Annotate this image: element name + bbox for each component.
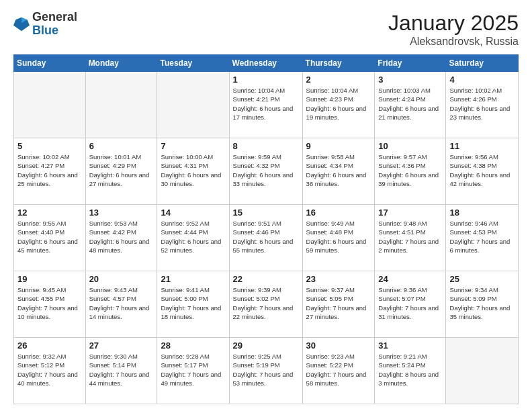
- day-cell: 27Sunrise: 9:30 AM Sunset: 5:14 PM Dayli…: [85, 338, 157, 404]
- day-cell: 6Sunrise: 10:01 AM Sunset: 4:29 PM Dayli…: [85, 138, 157, 205]
- day-cell: 14Sunrise: 9:52 AM Sunset: 4:44 PM Dayli…: [157, 205, 229, 271]
- month-title: January 2025: [388, 11, 519, 36]
- day-info: Sunrise: 9:25 AM Sunset: 5:19 PM Dayligh…: [233, 352, 299, 387]
- day-cell: [446, 338, 519, 404]
- day-cell: 24Sunrise: 9:36 AM Sunset: 5:07 PM Dayli…: [375, 271, 446, 338]
- day-info: Sunrise: 9:57 AM Sunset: 4:36 PM Dayligh…: [378, 152, 442, 188]
- day-number: 1: [233, 75, 299, 85]
- day-number: 9: [306, 141, 371, 151]
- week-row-3: 12Sunrise: 9:55 AM Sunset: 4:40 PM Dayli…: [14, 205, 519, 271]
- day-cell: 25Sunrise: 9:34 AM Sunset: 5:09 PM Dayli…: [446, 271, 519, 338]
- day-number: 7: [161, 141, 225, 151]
- day-info: Sunrise: 9:32 AM Sunset: 5:12 PM Dayligh…: [17, 352, 82, 387]
- day-cell: 22Sunrise: 9:39 AM Sunset: 5:02 PM Dayli…: [229, 271, 302, 338]
- day-number: 30: [306, 340, 371, 351]
- day-number: 12: [17, 208, 82, 218]
- day-number: 25: [449, 274, 515, 284]
- day-info: Sunrise: 9:43 AM Sunset: 4:57 PM Dayligh…: [89, 285, 154, 321]
- day-cell: 11Sunrise: 9:56 AM Sunset: 4:38 PM Dayli…: [446, 138, 519, 205]
- weekday-tuesday: Tuesday: [157, 55, 229, 72]
- day-cell: 16Sunrise: 9:49 AM Sunset: 4:48 PM Dayli…: [302, 205, 375, 271]
- day-cell: 21Sunrise: 9:41 AM Sunset: 5:00 PM Dayli…: [157, 271, 229, 338]
- day-cell: 12Sunrise: 9:55 AM Sunset: 4:40 PM Dayli…: [14, 205, 86, 271]
- day-info: Sunrise: 10:03 AM Sunset: 4:24 PM Daylig…: [378, 86, 442, 122]
- day-cell: 29Sunrise: 9:25 AM Sunset: 5:19 PM Dayli…: [229, 338, 302, 404]
- day-number: 14: [161, 208, 225, 218]
- calendar: SundayMondayTuesdayWednesdayThursdayFrid…: [13, 54, 519, 404]
- day-info: Sunrise: 9:39 AM Sunset: 5:02 PM Dayligh…: [233, 285, 299, 321]
- day-info: Sunrise: 10:04 AM Sunset: 4:23 PM Daylig…: [306, 86, 371, 122]
- weekday-wednesday: Wednesday: [229, 55, 302, 72]
- day-info: Sunrise: 10:02 AM Sunset: 4:27 PM Daylig…: [17, 152, 82, 188]
- day-cell: [157, 72, 229, 138]
- day-number: 21: [161, 274, 225, 284]
- weekday-monday: Monday: [85, 55, 157, 72]
- day-number: 24: [378, 274, 442, 284]
- day-cell: 8Sunrise: 9:59 AM Sunset: 4:32 PM Daylig…: [229, 138, 302, 205]
- day-cell: [14, 72, 86, 138]
- day-number: 4: [449, 75, 515, 85]
- week-row-2: 5Sunrise: 10:02 AM Sunset: 4:27 PM Dayli…: [14, 138, 519, 205]
- day-info: Sunrise: 10:00 AM Sunset: 4:31 PM Daylig…: [161, 152, 225, 188]
- day-info: Sunrise: 9:53 AM Sunset: 4:42 PM Dayligh…: [89, 219, 154, 255]
- day-number: 3: [378, 75, 442, 85]
- day-info: Sunrise: 9:59 AM Sunset: 4:32 PM Dayligh…: [233, 152, 299, 188]
- day-info: Sunrise: 9:23 AM Sunset: 5:22 PM Dayligh…: [306, 352, 371, 387]
- day-cell: 7Sunrise: 10:00 AM Sunset: 4:31 PM Dayli…: [157, 138, 229, 205]
- day-cell: 13Sunrise: 9:53 AM Sunset: 4:42 PM Dayli…: [85, 205, 157, 271]
- week-row-1: 1Sunrise: 10:04 AM Sunset: 4:21 PM Dayli…: [14, 72, 519, 138]
- day-cell: [85, 72, 157, 138]
- day-number: 29: [233, 340, 299, 351]
- day-cell: 4Sunrise: 10:02 AM Sunset: 4:26 PM Dayli…: [446, 72, 519, 138]
- day-number: 5: [17, 141, 82, 151]
- day-number: 16: [306, 208, 371, 218]
- day-number: 17: [378, 208, 442, 218]
- day-info: Sunrise: 9:28 AM Sunset: 5:17 PM Dayligh…: [161, 352, 225, 387]
- day-cell: 5Sunrise: 10:02 AM Sunset: 4:27 PM Dayli…: [14, 138, 86, 205]
- day-info: Sunrise: 9:21 AM Sunset: 5:24 PM Dayligh…: [378, 352, 442, 387]
- day-info: Sunrise: 9:34 AM Sunset: 5:09 PM Dayligh…: [449, 285, 515, 321]
- day-cell: 2Sunrise: 10:04 AM Sunset: 4:23 PM Dayli…: [302, 72, 375, 138]
- day-cell: 23Sunrise: 9:37 AM Sunset: 5:05 PM Dayli…: [302, 271, 375, 338]
- location: Aleksandrovsk, Russia: [388, 36, 519, 48]
- day-info: Sunrise: 9:37 AM Sunset: 5:05 PM Dayligh…: [306, 285, 371, 321]
- page-header: General Blue January 2025 Aleksandrovsk,…: [13, 11, 519, 48]
- logo: General Blue: [13, 11, 77, 38]
- day-cell: 28Sunrise: 9:28 AM Sunset: 5:17 PM Dayli…: [157, 338, 229, 404]
- day-info: Sunrise: 9:51 AM Sunset: 4:46 PM Dayligh…: [233, 219, 299, 255]
- day-cell: 19Sunrise: 9:45 AM Sunset: 4:55 PM Dayli…: [14, 271, 86, 338]
- day-number: 28: [161, 340, 225, 351]
- weekday-header-row: SundayMondayTuesdayWednesdayThursdayFrid…: [14, 55, 519, 72]
- day-cell: 10Sunrise: 9:57 AM Sunset: 4:36 PM Dayli…: [375, 138, 446, 205]
- day-info: Sunrise: 10:02 AM Sunset: 4:26 PM Daylig…: [449, 86, 515, 122]
- day-cell: 26Sunrise: 9:32 AM Sunset: 5:12 PM Dayli…: [14, 338, 86, 404]
- day-info: Sunrise: 9:58 AM Sunset: 4:34 PM Dayligh…: [306, 152, 371, 188]
- day-cell: 18Sunrise: 9:46 AM Sunset: 4:53 PM Dayli…: [446, 205, 519, 271]
- day-number: 15: [233, 208, 299, 218]
- weekday-sunday: Sunday: [14, 55, 86, 72]
- day-number: 13: [89, 208, 154, 218]
- day-info: Sunrise: 9:56 AM Sunset: 4:38 PM Dayligh…: [449, 152, 515, 188]
- day-number: 10: [378, 141, 442, 151]
- day-cell: 20Sunrise: 9:43 AM Sunset: 4:57 PM Dayli…: [85, 271, 157, 338]
- day-number: 8: [233, 141, 299, 151]
- week-row-5: 26Sunrise: 9:32 AM Sunset: 5:12 PM Dayli…: [14, 338, 519, 404]
- day-cell: 3Sunrise: 10:03 AM Sunset: 4:24 PM Dayli…: [375, 72, 446, 138]
- day-number: 31: [378, 340, 442, 351]
- day-number: 23: [306, 274, 371, 284]
- day-number: 26: [17, 340, 82, 351]
- day-info: Sunrise: 9:45 AM Sunset: 4:55 PM Dayligh…: [17, 285, 82, 321]
- logo-general: General: [32, 11, 77, 24]
- day-cell: 17Sunrise: 9:48 AM Sunset: 4:51 PM Dayli…: [375, 205, 446, 271]
- day-info: Sunrise: 9:30 AM Sunset: 5:14 PM Dayligh…: [89, 352, 154, 387]
- day-cell: 9Sunrise: 9:58 AM Sunset: 4:34 PM Daylig…: [302, 138, 375, 205]
- title-block: January 2025 Aleksandrovsk, Russia: [388, 11, 519, 48]
- day-info: Sunrise: 10:01 AM Sunset: 4:29 PM Daylig…: [89, 152, 154, 188]
- day-number: 6: [89, 141, 154, 151]
- weekday-saturday: Saturday: [446, 55, 519, 72]
- weekday-thursday: Thursday: [302, 55, 375, 72]
- day-info: Sunrise: 9:36 AM Sunset: 5:07 PM Dayligh…: [378, 285, 442, 321]
- day-cell: 30Sunrise: 9:23 AM Sunset: 5:22 PM Dayli…: [302, 338, 375, 404]
- day-cell: 15Sunrise: 9:51 AM Sunset: 4:46 PM Dayli…: [229, 205, 302, 271]
- logo-text: General Blue: [32, 11, 77, 38]
